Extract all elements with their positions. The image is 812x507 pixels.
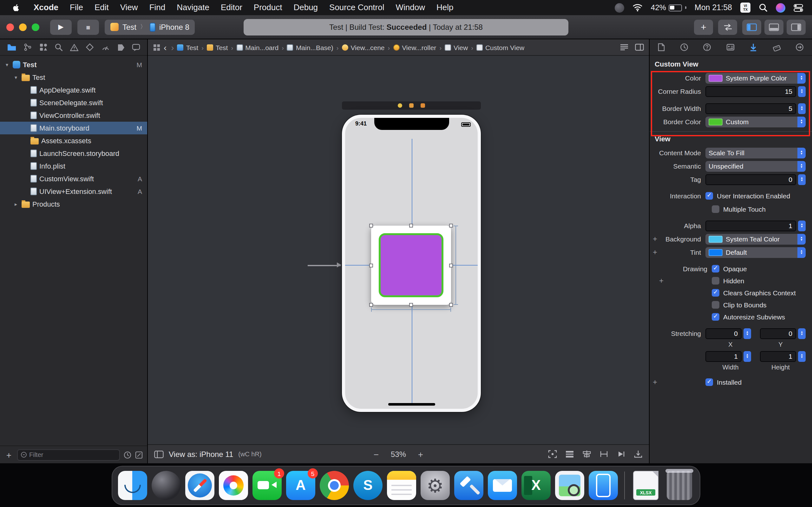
alpha-stepper[interactable] [798, 220, 806, 231]
exit-icon[interactable] [420, 103, 425, 108]
tint-popup[interactable]: Default [705, 247, 806, 258]
identity-inspector-icon[interactable] [726, 43, 734, 51]
system-preferences-dock-icon[interactable] [420, 471, 450, 500]
preview-dock-icon[interactable] [555, 471, 584, 500]
navigator-toggle-button[interactable] [742, 19, 761, 35]
embed-in-stack-icon[interactable] [565, 450, 574, 458]
scm-status-filter-icon[interactable] [135, 451, 143, 458]
border-width-field[interactable]: 5 [705, 103, 796, 114]
forward-button[interactable] [170, 42, 175, 52]
stretch-x-stepper[interactable] [744, 328, 751, 339]
notes-dock-icon[interactable] [387, 471, 416, 500]
quick-help-inspector-icon[interactable] [703, 43, 711, 51]
opaque-checkbox[interactable] [712, 265, 719, 273]
stretch-x-field[interactable]: 0 [705, 328, 742, 339]
minimize-window-button[interactable] [19, 23, 27, 31]
resize-handle[interactable] [409, 224, 413, 228]
size-inspector-icon[interactable] [772, 43, 780, 51]
device-screen[interactable]: 9:41 [345, 118, 478, 409]
find-navigator-icon[interactable] [55, 43, 63, 51]
attributes-inspector-icon[interactable] [749, 43, 757, 51]
resolve-autolayout-icon[interactable] [617, 450, 625, 458]
menu-view[interactable]: View [114, 0, 144, 15]
border-color-popup[interactable]: Custom [705, 116, 806, 127]
first-responder-icon[interactable] [409, 103, 414, 108]
scene-dock[interactable] [342, 101, 481, 110]
siri-icon[interactable] [776, 3, 785, 12]
excel-dock-icon[interactable]: X [521, 471, 551, 500]
resize-handle[interactable] [369, 303, 373, 307]
breadcrumb-storyboard[interactable]: Main...oard [236, 43, 278, 51]
stretch-y-stepper[interactable] [798, 328, 806, 339]
autoresize-checkbox[interactable] [712, 313, 719, 321]
corner-radius-field[interactable]: 15 [705, 86, 796, 97]
tag-field[interactable]: 0 [705, 174, 796, 185]
menu-editor[interactable]: Editor [215, 0, 248, 15]
control-center-icon[interactable] [794, 3, 803, 12]
battery-indicator[interactable]: 42% [651, 3, 687, 12]
resize-handle[interactable] [449, 303, 453, 307]
add-file-button[interactable] [4, 450, 13, 460]
connections-inspector-icon[interactable] [796, 43, 804, 51]
stretch-y-field[interactable]: 0 [760, 328, 796, 339]
installed-checkbox[interactable] [705, 378, 713, 386]
stretch-height-stepper[interactable] [798, 351, 806, 361]
menu-edit[interactable]: Edit [89, 0, 114, 15]
simulator-dock-icon[interactable] [589, 471, 618, 500]
tree-row-products[interactable]: Products [0, 198, 147, 210]
menu-debug[interactable]: Debug [288, 0, 323, 15]
menu-navigate[interactable]: Navigate [171, 0, 215, 15]
file-inspector-icon[interactable] [658, 43, 665, 51]
breadcrumb-storyboard-base[interactable]: Main...Base) [287, 43, 334, 51]
storyboard-entry-point-arrow[interactable] [308, 265, 341, 266]
project-navigator-icon[interactable] [7, 43, 16, 51]
chrome-dock-icon[interactable] [320, 471, 349, 500]
wifi-icon[interactable] [632, 4, 643, 11]
breadcrumb-custom-view[interactable]: Custom View [476, 43, 524, 51]
tree-row-file[interactable]: Assets.xcassets [0, 134, 147, 147]
zoom-window-button[interactable] [32, 23, 39, 31]
add-variation-button[interactable]: + [653, 378, 657, 387]
interface-builder-canvas[interactable]: 9:41 [148, 56, 649, 444]
menu-find[interactable]: Find [144, 0, 171, 15]
menu-file[interactable]: File [64, 0, 89, 15]
resize-handle[interactable] [409, 303, 413, 307]
tree-row-file[interactable]: LaunchScreen.storyboard [0, 147, 147, 160]
breakpoint-navigator-icon[interactable] [117, 43, 125, 51]
apple-menu-icon[interactable] [6, 3, 26, 12]
alpha-field[interactable]: 1 [705, 220, 796, 231]
tree-row-file[interactable]: UIView+Extension.swift A [0, 185, 147, 198]
breadcrumb-group[interactable]: Test [207, 43, 228, 51]
menu-window[interactable]: Window [390, 0, 431, 15]
issue-navigator-icon[interactable] [70, 43, 79, 51]
skype-dock-icon[interactable]: S [353, 471, 383, 500]
clears-graphics-checkbox[interactable] [712, 289, 719, 297]
color-popup[interactable]: System Purple Color [705, 72, 806, 83]
zoom-to-selection-icon[interactable] [548, 450, 557, 458]
update-frames-icon[interactable] [634, 450, 643, 458]
hidden-checkbox[interactable] [712, 277, 719, 285]
view-controller-icon[interactable] [398, 103, 402, 108]
align-icon[interactable] [582, 450, 591, 458]
launchpad-dock-icon[interactable] [152, 471, 181, 500]
background-popup[interactable]: System Teal Color [705, 233, 806, 244]
finder-dock-icon[interactable] [118, 471, 147, 500]
recent-files-filter-icon[interactable] [124, 451, 131, 458]
add-variation-button[interactable]: + [653, 234, 657, 243]
debug-navigator-icon[interactable] [101, 43, 109, 51]
xcode-dock-icon[interactable] [454, 471, 484, 500]
resize-handle[interactable] [449, 263, 453, 267]
zoom-level[interactable]: 53% [391, 450, 406, 458]
menu-help[interactable]: Help [431, 0, 459, 15]
mail-dock-icon[interactable] [488, 471, 517, 500]
source-control-navigator-icon[interactable] [24, 43, 32, 51]
breadcrumb-view[interactable]: View [445, 43, 468, 51]
xlsx-file-dock-icon[interactable]: XLSX [633, 471, 658, 500]
report-navigator-icon[interactable] [132, 43, 140, 51]
spotlight-icon[interactable] [759, 3, 768, 12]
test-navigator-icon[interactable] [86, 43, 94, 51]
disclosure-chevron-icon[interactable] [13, 74, 19, 80]
selected-view-frame[interactable] [371, 226, 451, 305]
custom-view[interactable] [379, 233, 444, 297]
menu-source-control[interactable]: Source Control [323, 0, 390, 15]
